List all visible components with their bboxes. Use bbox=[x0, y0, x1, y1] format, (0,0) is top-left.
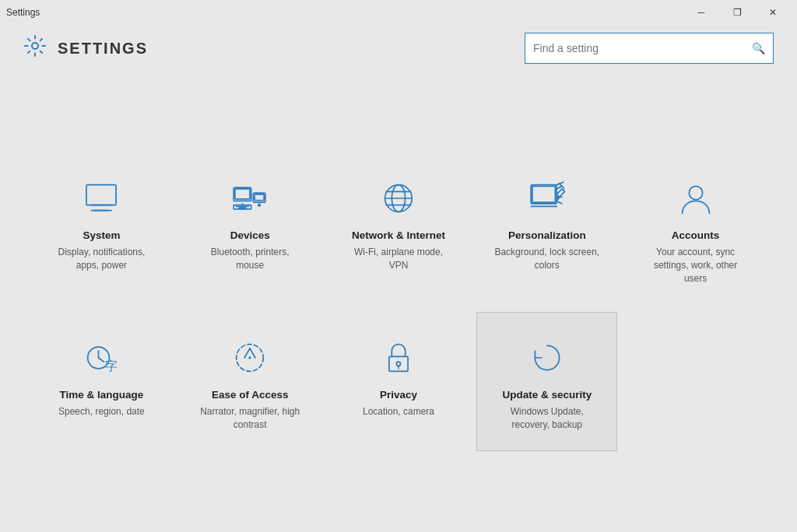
svg-line-23 bbox=[556, 201, 562, 203]
svg-rect-1 bbox=[86, 185, 116, 205]
network-icon bbox=[378, 177, 419, 220]
settings-item-devices[interactable]: Devices Bluetooth, printers, mouse bbox=[180, 152, 321, 304]
svg-rect-19 bbox=[531, 185, 556, 204]
settings-item-privacy[interactable]: Privacy Location, camera bbox=[328, 312, 469, 451]
search-box[interactable]: 🔍 bbox=[525, 33, 774, 64]
app-title: SETTINGS bbox=[58, 40, 148, 58]
title-bar: Settings ─ ❐ ✕ bbox=[0, 0, 797, 25]
settings-item-desc-network: Wi-Fi, airplane mode, VPN bbox=[345, 246, 453, 272]
svg-line-21 bbox=[556, 186, 562, 188]
settings-item-time[interactable]: 字 Time & language Speech, region, date bbox=[31, 312, 172, 451]
settings-item-personalization[interactable]: Personalization Background, lock screen,… bbox=[476, 152, 617, 304]
update-icon bbox=[527, 336, 567, 380]
maximize-button[interactable]: ❐ bbox=[719, 0, 755, 25]
settings-item-update[interactable]: Update & security Windows Update, recove… bbox=[476, 312, 617, 451]
settings-item-desc-system: Display, notifications, apps, power bbox=[47, 246, 156, 272]
svg-text:字: 字 bbox=[106, 359, 118, 373]
settings-item-name-update: Update & security bbox=[502, 389, 592, 401]
header-left: SETTINGS bbox=[23, 34, 148, 63]
window-title: Settings bbox=[6, 7, 40, 18]
minimize-button[interactable]: ─ bbox=[683, 0, 719, 25]
settings-item-name-system: System bbox=[83, 229, 120, 241]
svg-point-11 bbox=[258, 204, 261, 206]
settings-item-network[interactable]: Network & Internet Wi-Fi, airplane mode,… bbox=[328, 152, 469, 304]
system-icon bbox=[81, 177, 121, 220]
settings-gear-icon bbox=[23, 34, 47, 63]
svg-line-33 bbox=[250, 348, 255, 358]
svg-line-30 bbox=[99, 358, 104, 362]
window-controls: ─ ❐ ✕ bbox=[683, 0, 791, 25]
ease-icon bbox=[230, 336, 270, 380]
privacy-icon bbox=[378, 336, 419, 380]
devices-icon bbox=[230, 177, 270, 220]
personalization-icon bbox=[527, 177, 567, 220]
settings-item-desc-privacy: Location, camera bbox=[363, 405, 434, 418]
search-icon-button[interactable]: 🔍 bbox=[752, 42, 765, 54]
settings-item-name-privacy: Privacy bbox=[380, 389, 417, 401]
settings-item-desc-devices: Bluetooth, printers, mouse bbox=[196, 246, 304, 272]
settings-item-desc-time: Speech, region, date bbox=[58, 405, 145, 418]
search-input[interactable] bbox=[533, 42, 752, 54]
svg-point-27 bbox=[689, 186, 702, 199]
settings-item-name-accounts: Accounts bbox=[672, 229, 720, 241]
time-icon: 字 bbox=[81, 336, 121, 380]
svg-point-35 bbox=[248, 357, 251, 359]
settings-item-desc-update: Windows Update, recovery, backup bbox=[493, 405, 601, 432]
settings-item-desc-accounts: Your account, sync settings, work, other… bbox=[641, 246, 750, 285]
svg-line-34 bbox=[244, 348, 250, 358]
settings-item-name-network: Network & Internet bbox=[352, 229, 445, 241]
settings-item-name-time: Time & language bbox=[60, 389, 144, 401]
svg-rect-6 bbox=[235, 189, 250, 199]
svg-rect-20 bbox=[532, 186, 555, 202]
settings-item-name-ease: Ease of Access bbox=[212, 389, 289, 401]
app-header: SETTINGS 🔍 bbox=[0, 25, 797, 72]
settings-grid: System Display, notifications, apps, pow… bbox=[31, 152, 766, 451]
settings-item-desc-ease: Narrator, magnifier, high contrast bbox=[196, 405, 304, 432]
settings-item-name-personalization: Personalization bbox=[508, 229, 586, 241]
close-button[interactable]: ✕ bbox=[755, 0, 791, 25]
settings-item-ease[interactable]: Ease of Access Narrator, magnifier, high… bbox=[180, 312, 321, 451]
settings-item-accounts[interactable]: Accounts Your account, sync settings, wo… bbox=[625, 152, 766, 304]
svg-point-0 bbox=[32, 43, 38, 49]
main-content: System Display, notifications, apps, pow… bbox=[0, 72, 797, 532]
accounts-icon bbox=[676, 177, 716, 220]
settings-item-name-devices: Devices bbox=[230, 229, 270, 241]
svg-rect-8 bbox=[255, 194, 264, 201]
settings-item-system[interactable]: System Display, notifications, apps, pow… bbox=[31, 152, 172, 304]
settings-item-desc-personalization: Background, lock screen, colors bbox=[493, 246, 601, 272]
